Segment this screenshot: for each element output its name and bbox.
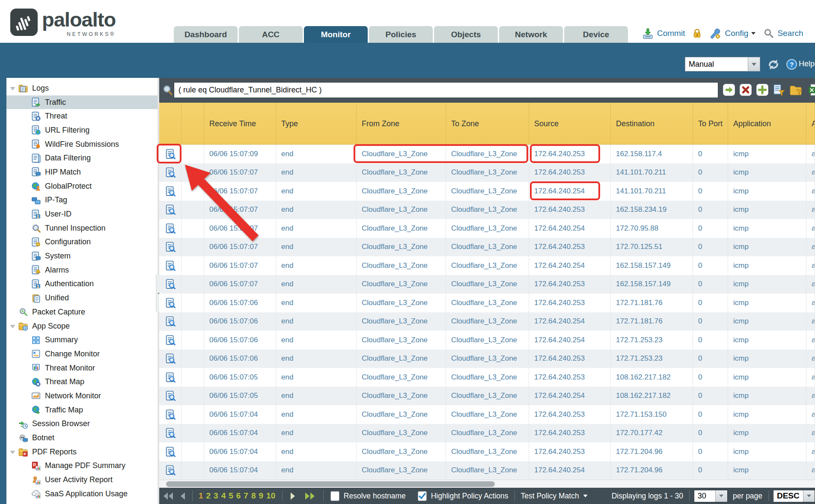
sidebar-item-authentication[interactable]: Authentication [6, 277, 158, 291]
sidebar-item-threat-map[interactable]: Threat Map [6, 375, 158, 389]
sidebar-item-globalprotect[interactable]: GlobalProtect [6, 179, 158, 193]
expand-caret-icon[interactable] [10, 323, 16, 329]
refresh-icon[interactable] [767, 58, 780, 71]
log-detail-icon[interactable] [159, 145, 181, 163]
prev-page-icon[interactable] [180, 492, 185, 500]
sidebar-item-tunnel-inspection[interactable]: Tunnel Inspection [6, 221, 158, 235]
sidebar-item-network-monitor[interactable]: Network Monitor [6, 389, 158, 403]
next-page-icon[interactable] [290, 492, 296, 500]
test-policy-match-button[interactable]: Test Policy Match [521, 492, 579, 501]
expand-caret-icon[interactable] [10, 86, 16, 91]
sidebar-item-saas-application-usage[interactable]: SaaS Application Usage [6, 487, 158, 501]
search-icon[interactable] [764, 28, 774, 39]
help-link[interactable]: Help [799, 59, 815, 68]
config-icon[interactable] [709, 28, 721, 39]
export-icon[interactable] [808, 83, 815, 96]
sidebar-item-user-activity-report[interactable]: User Activity Report [6, 473, 158, 487]
log-filter-input[interactable] [174, 82, 718, 98]
load-filter-icon[interactable] [789, 83, 804, 96]
commit-icon[interactable] [642, 28, 654, 39]
column-header-to-port[interactable]: To Port [693, 103, 728, 145]
sidebar-item-botnet[interactable]: Botnet [6, 431, 158, 445]
column-header-a[interactable]: A [806, 103, 815, 145]
refresh-interval-select[interactable]: Manual [685, 57, 760, 71]
tab-policies[interactable]: Policies [369, 26, 433, 43]
page-size-caret-icon[interactable] [715, 490, 727, 502]
lock-icon[interactable] [692, 28, 702, 39]
log-detail-icon[interactable] [159, 256, 181, 275]
log-detail-icon[interactable] [159, 294, 181, 312]
sidebar-item-url-filtering[interactable]: URL Filtering [6, 123, 158, 137]
clear-filter-icon[interactable] [739, 83, 752, 96]
log-detail-icon[interactable] [159, 275, 181, 294]
sidebar-item-unified[interactable]: Unified [6, 291, 158, 305]
sidebar-item-summary[interactable]: Summary [6, 333, 158, 347]
sidebar-item-manage-pdf-summary[interactable]: Manage PDF Summary [6, 459, 158, 473]
column-header-from-zone[interactable]: From Zone [357, 103, 446, 145]
sidebar-item-logs[interactable]: Logs [6, 81, 158, 95]
column-header-source[interactable]: Source [529, 103, 611, 145]
sidebar-item-packet-capture[interactable]: Packet Capture [6, 305, 158, 319]
sort-order-caret-icon[interactable] [803, 490, 815, 502]
column-header-receive-time[interactable]: Receive Time [204, 103, 276, 145]
column-header-application[interactable]: Application [728, 103, 806, 145]
sidebar-item-ip-tag[interactable]: IP-Tag [6, 193, 158, 208]
tab-acc[interactable]: ACC [239, 26, 303, 43]
sidebar-item-app-scope[interactable]: App Scope [6, 319, 158, 333]
sidebar-item-wildfire-submissions[interactable]: WildFire Submissions [6, 137, 158, 151]
sidebar-item-configuration[interactable]: Configuration [6, 235, 158, 249]
sidebar-item-hip-match[interactable]: HIP Match [6, 165, 158, 179]
page-number-6[interactable]: 6 [236, 491, 241, 501]
log-detail-icon[interactable] [159, 182, 181, 201]
column-header-destination[interactable]: Destination [611, 103, 693, 145]
filter-builder-icon[interactable] [773, 83, 785, 96]
sidebar-item-data-filtering[interactable]: Data Filtering [6, 151, 158, 165]
page-number-10[interactable]: 10 [266, 491, 275, 501]
sidebar-item-threat-monitor[interactable]: Threat Monitor [6, 361, 158, 375]
search-button[interactable]: Search [777, 29, 803, 38]
sort-order-select[interactable]: DESC [773, 490, 815, 502]
log-detail-icon[interactable] [159, 424, 181, 443]
page-size-select[interactable]: 30 [694, 490, 728, 502]
sidebar-item-system[interactable]: System [6, 249, 158, 263]
page-number-3[interactable]: 3 [214, 491, 218, 501]
log-detail-icon[interactable] [159, 405, 181, 424]
sidebar-item-user-id[interactable]: User-ID [6, 207, 158, 221]
first-page-icon[interactable] [163, 492, 174, 500]
tab-dashboard[interactable]: Dashboard [174, 26, 238, 43]
tab-network[interactable]: Network [499, 26, 563, 43]
log-detail-icon[interactable] [159, 312, 181, 331]
log-detail-icon[interactable] [159, 238, 181, 257]
log-detail-icon[interactable] [159, 219, 181, 238]
sidebar-item-traffic-map[interactable]: Traffic Map [6, 403, 158, 417]
sidebar-item-session-browser[interactable]: Session Browser [6, 417, 158, 431]
log-detail-icon[interactable] [159, 163, 181, 182]
sidebar-item-alarms[interactable]: Alarms [6, 263, 158, 277]
sidebar-item-threat[interactable]: Threat [6, 109, 158, 123]
commit-button[interactable]: Commit [657, 29, 685, 38]
page-number-7[interactable]: 7 [244, 491, 248, 501]
log-detail-icon[interactable] [159, 442, 181, 461]
page-number-2[interactable]: 2 [206, 491, 211, 501]
log-detail-icon[interactable] [159, 350, 181, 368]
page-number-1[interactable]: 1 [199, 491, 203, 501]
last-page-icon[interactable] [304, 492, 315, 500]
horizontal-scrollbar[interactable] [159, 480, 815, 488]
log-detail-icon[interactable] [159, 201, 181, 219]
tab-monitor[interactable]: Monitor [304, 26, 368, 43]
page-number-4[interactable]: 4 [221, 491, 226, 501]
tab-objects[interactable]: Objects [434, 26, 498, 43]
add-filter-icon[interactable] [756, 83, 769, 96]
page-number-8[interactable]: 8 [251, 491, 256, 501]
apply-filter-icon[interactable] [723, 83, 735, 96]
highlight-policy-actions-checkbox[interactable] [418, 491, 427, 501]
column-header-to-zone[interactable]: To Zone [446, 103, 529, 145]
sidebar-item-pdf-reports[interactable]: PDF Reports [6, 445, 158, 459]
config-button[interactable]: Config [725, 29, 748, 38]
config-caret-icon[interactable] [751, 32, 756, 35]
sidebar-item-traffic[interactable]: Traffic [6, 95, 158, 110]
expand-caret-icon[interactable] [10, 449, 16, 455]
resolve-hostname-checkbox[interactable] [330, 491, 339, 501]
page-number-9[interactable]: 9 [259, 491, 264, 501]
log-detail-icon[interactable] [159, 331, 181, 350]
